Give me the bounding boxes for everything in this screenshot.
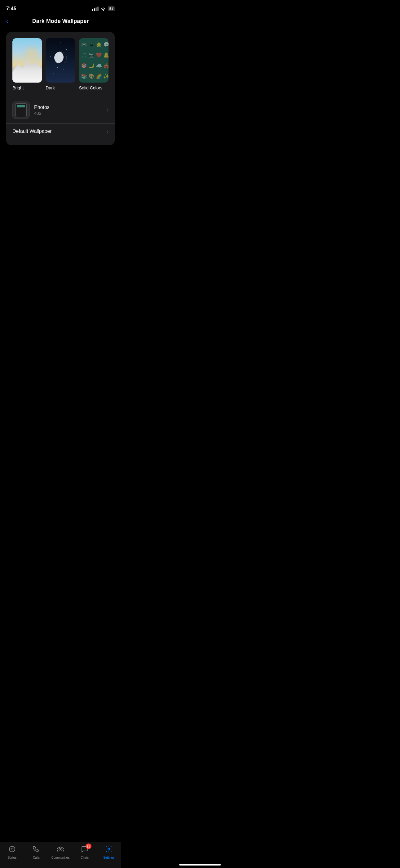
battery-icon: 51 [108,6,115,11]
solid-pattern-decoration: 🎮 📱 ⭐ 💬 🎵 📷 ❤️ 🔔 🎯 🌙 ☁️ 🎪 📚 🎨 🌈 ✨ [79,38,108,83]
bright-preview [12,38,42,83]
battery-level: 51 [109,7,113,10]
photos-title: Photos [34,104,103,110]
default-wallpaper-chevron-icon: › [107,128,108,134]
photos-chevron-icon: › [107,107,108,113]
nav-bar: ‹ Dark Mode Wallpaper [0,16,121,30]
dark-label: Dark [45,85,55,90]
status-bar: 7:45 51 [0,0,121,16]
wallpaper-grid: Bright Dark [12,38,108,91]
back-button[interactable]: ‹ [6,18,8,25]
moon-decoration [54,52,67,64]
content-card: Bright Dark [6,32,115,145]
photos-list-item[interactable]: Photos 403 › [12,97,108,123]
status-time: 7:45 [6,6,16,11]
default-wallpaper-title: Default Wallpaper [12,128,107,134]
photos-thumbnail [12,101,30,119]
wallpaper-option-bright[interactable]: Bright [12,38,42,91]
photos-thumb-inner [15,103,27,117]
page-title: Dark Mode Wallpaper [32,18,89,25]
solid-colors-label: Solid Colors [79,85,102,90]
photos-text: Photos 403 [34,104,103,116]
solid-preview: 🎮 📱 ⭐ 💬 🎵 📷 ❤️ 🔔 🎯 🌙 ☁️ 🎪 📚 🎨 🌈 ✨ [79,38,108,83]
wallpaper-option-dark[interactable]: Dark [45,38,75,91]
signal-bars-icon [92,6,99,11]
status-icons: 51 [92,6,115,11]
dark-preview [45,38,75,83]
photos-count: 403 [34,111,103,116]
wallpaper-option-solid-colors[interactable]: 🎮 📱 ⭐ 💬 🎵 📷 ❤️ 🔔 🎯 🌙 ☁️ 🎪 📚 🎨 🌈 ✨ [79,38,108,91]
bright-label: Bright [12,85,24,90]
wifi-icon [100,6,106,11]
default-wallpaper-item[interactable]: Default Wallpaper › [12,124,108,139]
